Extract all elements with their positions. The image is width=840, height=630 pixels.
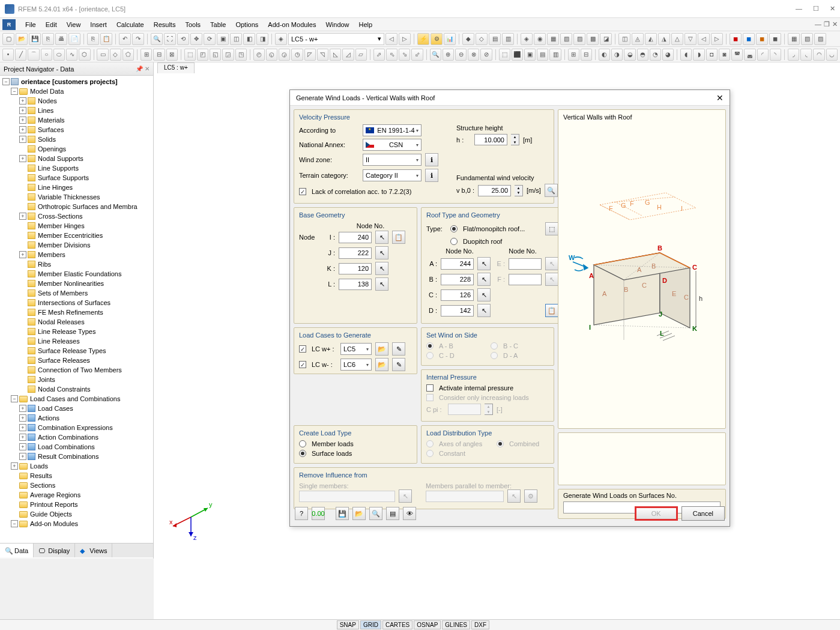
tb-misc-4[interactable]: ▥ bbox=[502, 33, 514, 45]
tb2-53[interactable]: ◙ bbox=[719, 49, 730, 61]
table-button[interactable]: ▤ bbox=[386, 507, 399, 520]
tree-node[interactable]: +Nodes bbox=[0, 96, 153, 106]
according-combo[interactable]: EN 1991-1-4▾ bbox=[363, 124, 422, 136]
tb2-5[interactable]: ⬭ bbox=[53, 49, 65, 61]
tb-3d-8[interactable]: ▷ bbox=[711, 33, 723, 45]
help-button[interactable]: ? bbox=[295, 507, 308, 520]
node-k-pick[interactable]: ↖ bbox=[375, 262, 388, 275]
roof-b-input[interactable] bbox=[441, 274, 474, 285]
tb2-3[interactable]: ⌒ bbox=[28, 49, 39, 61]
close-button[interactable]: ✕ bbox=[830, 5, 835, 13]
tree-node[interactable]: Nodal Constraints bbox=[0, 384, 153, 394]
tb2-46[interactable]: ◒ bbox=[624, 49, 635, 61]
tb-end-3[interactable]: ▨ bbox=[814, 33, 826, 45]
tb-misc-11[interactable]: ◪ bbox=[600, 33, 612, 45]
roof-c-pick[interactable]: ↖ bbox=[477, 288, 491, 301]
maximize-button[interactable]: ☐ bbox=[813, 5, 819, 13]
tree-node[interactable]: Member Hinges bbox=[0, 221, 153, 231]
dialog-close-button[interactable]: ✕ bbox=[716, 93, 724, 103]
tb2-27[interactable]: ▱ bbox=[355, 49, 367, 61]
tb-3d-7[interactable]: ◁ bbox=[698, 33, 710, 45]
tb-misc-9[interactable]: ▨ bbox=[573, 33, 585, 45]
tb2-36[interactable]: ⊘ bbox=[480, 49, 492, 61]
roof-b-pick[interactable]: ↖ bbox=[477, 273, 491, 286]
cancel-button[interactable]: Cancel bbox=[681, 506, 725, 521]
zoom-icon[interactable]: 🔍 bbox=[151, 33, 163, 45]
tb2-50[interactable]: ◖ bbox=[680, 49, 692, 61]
status-dxf[interactable]: DXF bbox=[471, 620, 489, 629]
node-i-input[interactable] bbox=[339, 232, 372, 243]
status-glines[interactable]: GLINES bbox=[442, 620, 470, 629]
tb-misc-5[interactable]: ◈ bbox=[521, 33, 533, 45]
vb-spinner[interactable]: ▲▼ bbox=[515, 185, 523, 196]
mdi-minimize[interactable]: — bbox=[815, 20, 821, 28]
roof-type-button[interactable]: ⬚ bbox=[545, 222, 558, 235]
tb2-58[interactable]: ◞ bbox=[788, 49, 799, 61]
tb2-13[interactable]: ⊠ bbox=[166, 49, 178, 61]
tree-node[interactable]: Member Elastic Foundations bbox=[0, 269, 153, 279]
tree-node[interactable]: Member Divisions bbox=[0, 240, 153, 250]
zone-combo[interactable]: II▾ bbox=[363, 154, 422, 166]
report-icon[interactable]: 📄 bbox=[68, 33, 80, 45]
tb-mod-1[interactable]: ◼ bbox=[730, 33, 742, 45]
tb2-1[interactable]: • bbox=[2, 49, 14, 61]
tb-misc-3[interactable]: ▤ bbox=[489, 33, 501, 45]
ok-button[interactable]: OK bbox=[635, 506, 678, 521]
menu-edit[interactable]: Edit bbox=[41, 20, 62, 29]
persp-icon[interactable]: ◨ bbox=[256, 33, 268, 45]
tree-node[interactable]: +Action Combinations bbox=[0, 432, 153, 442]
tree-node[interactable]: Results bbox=[0, 471, 153, 480]
walk-icon[interactable]: ▣ bbox=[217, 33, 229, 45]
tree-node[interactable]: Member Eccentricities bbox=[0, 231, 153, 240]
roof-d-input[interactable] bbox=[441, 305, 474, 317]
tree-node[interactable]: +Nodal Supports bbox=[0, 154, 153, 163]
tb-mod-3[interactable]: ◼ bbox=[756, 33, 768, 45]
tb2-23[interactable]: ◸ bbox=[304, 49, 316, 61]
tb2-10[interactable]: ⬠ bbox=[122, 49, 134, 61]
tree-node[interactable]: Line Hinges bbox=[0, 183, 153, 192]
roof-c-input[interactable] bbox=[441, 289, 474, 301]
vb-input[interactable] bbox=[478, 185, 511, 196]
tb2-4[interactable]: ○ bbox=[41, 49, 52, 61]
menu-addons[interactable]: Add-on Modules bbox=[263, 20, 321, 29]
menu-file[interactable]: File bbox=[20, 20, 41, 29]
tb2-55[interactable]: ◛ bbox=[744, 49, 755, 61]
tb2-37[interactable]: ⬚ bbox=[499, 49, 510, 61]
tb2-59[interactable]: ◟ bbox=[800, 49, 812, 61]
menu-insert[interactable]: Insert bbox=[85, 20, 112, 29]
tb2-32[interactable]: 🔍 bbox=[430, 49, 441, 61]
lc-wn-check[interactable] bbox=[299, 361, 306, 368]
duo-radio[interactable] bbox=[450, 238, 458, 245]
tb-misc-8[interactable]: ▧ bbox=[560, 33, 572, 45]
tb2-34[interactable]: ⊖ bbox=[455, 49, 467, 61]
results-icon[interactable]: 📊 bbox=[444, 33, 456, 45]
tb2-20[interactable]: ◵ bbox=[266, 49, 277, 61]
tree-node[interactable]: +Surfaces bbox=[0, 125, 153, 135]
tree-node[interactable]: Sections bbox=[0, 480, 153, 490]
tb2-6[interactable]: ∿ bbox=[66, 49, 77, 61]
tb2-49[interactable]: ◕ bbox=[662, 49, 674, 61]
tb2-51[interactable]: ◗ bbox=[693, 49, 704, 61]
print-icon[interactable]: 🖶 bbox=[55, 33, 67, 45]
vb-pick-button[interactable]: 🔍 bbox=[545, 184, 558, 197]
tree-node[interactable]: Connection of Two Members bbox=[0, 365, 153, 375]
tb2-52[interactable]: ◘ bbox=[706, 49, 718, 61]
tree-node[interactable]: FE Mesh Refinements bbox=[0, 307, 153, 317]
terrain-info-button[interactable]: ℹ bbox=[425, 169, 438, 182]
paste-icon[interactable]: 📋 bbox=[100, 33, 112, 45]
tree-node[interactable]: −Model Data bbox=[0, 86, 153, 96]
tb-misc-1[interactable]: ◆ bbox=[462, 33, 474, 45]
flat-radio[interactable] bbox=[450, 225, 458, 232]
tree-node[interactable]: +Load Combinations bbox=[0, 442, 153, 452]
tree-node[interactable]: Ribs bbox=[0, 259, 153, 269]
tb2-40[interactable]: ▤ bbox=[537, 49, 548, 61]
activate-check[interactable] bbox=[426, 384, 434, 392]
tb2-47[interactable]: ◓ bbox=[637, 49, 648, 61]
status-cartes[interactable]: CARTES bbox=[382, 620, 412, 629]
tb2-17[interactable]: ◲ bbox=[222, 49, 234, 61]
tb2-45[interactable]: ◑ bbox=[611, 49, 623, 61]
tree-node[interactable]: +Load Cases bbox=[0, 404, 153, 413]
tree-node[interactable]: +Loads bbox=[0, 461, 153, 471]
tb-3d-3[interactable]: ◭ bbox=[645, 33, 657, 45]
tree-node[interactable]: Openings bbox=[0, 144, 153, 154]
